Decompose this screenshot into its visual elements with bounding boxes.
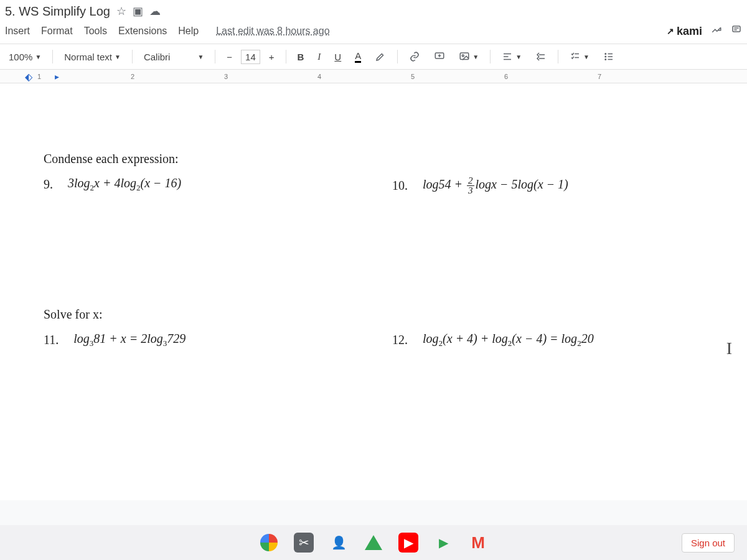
menu-insert[interactable]: Insert [5, 26, 30, 37]
highlight-button[interactable] [370, 49, 391, 65]
menu-extensions[interactable]: Extensions [118, 26, 167, 37]
section-heading-condense: Condense each expression: [44, 152, 703, 166]
sign-out-button[interactable]: Sign out [682, 533, 735, 553]
text-cursor: I [726, 338, 732, 358]
kami-extension-button[interactable]: ↗ kami [667, 25, 702, 38]
bold-button[interactable]: B [293, 49, 309, 65]
zoom-dropdown[interactable]: 100%▼ [4, 49, 46, 65]
chrome-app-icon[interactable] [259, 533, 279, 553]
comment-history-icon[interactable] [731, 24, 742, 38]
move-icon[interactable]: ▣ [133, 4, 143, 18]
title-bar: 5. WS Simplify Log ☆ ▣ ☁ [0, 0, 747, 22]
external-link-icon: ↗ [667, 26, 674, 36]
problem-12: 12. log2(x + 4) + log2(x − 4) = log220 [392, 332, 703, 348]
star-icon[interactable]: ☆ [116, 4, 126, 18]
last-edit-link[interactable]: Last edit was 8 hours ago [216, 26, 329, 37]
font-size-input[interactable]: 14 [241, 50, 260, 64]
insert-link-button[interactable] [404, 49, 425, 65]
svg-point-7 [462, 55, 464, 57]
svg-point-15 [605, 59, 606, 60]
insert-image-button[interactable]: ▼ [454, 49, 484, 65]
drive-app-icon[interactable] [364, 533, 383, 553]
svg-rect-0 [733, 26, 740, 32]
play-app-icon[interactable]: ▶ [433, 533, 453, 553]
snip-app-icon[interactable]: ✂ [294, 533, 314, 553]
taskbar: ✂ 👤 ▶ ▶ M Sign out [0, 525, 747, 560]
contacts-app-icon[interactable]: 👤 [329, 533, 349, 553]
checklist-button[interactable]: ▼ [565, 49, 594, 65]
menu-bar: Insert Format Tools Extensions Help Last… [0, 22, 747, 44]
gmail-app-icon[interactable]: M [468, 533, 488, 553]
problem-9: 9. 3log2x + 4log2(x − 16) [44, 176, 355, 193]
section-heading-solve: Solve for x: [44, 307, 703, 322]
svg-point-13 [605, 56, 606, 57]
youtube-app-icon[interactable]: ▶ [398, 533, 418, 553]
ruler[interactable]: ⬖ ▸ 1 2 3 4 5 6 7 [0, 70, 747, 83]
svg-point-11 [605, 54, 606, 55]
bulleted-list-button[interactable] [598, 49, 619, 65]
problem-10: 10. log54 + 23logx − 5log(x − 1) [392, 176, 703, 195]
text-color-button[interactable]: A [350, 48, 366, 65]
add-comment-button[interactable] [429, 49, 450, 65]
title-icons: ☆ ▣ ☁ [116, 4, 161, 18]
formatting-toolbar: 100%▼ Normal text▼ Calibri▼ − 14 + B I U… [0, 44, 747, 70]
align-button[interactable]: ▼ [497, 49, 527, 65]
menu-tools[interactable]: Tools [84, 26, 107, 37]
font-size-increase[interactable]: + [264, 49, 280, 65]
paragraph-style-dropdown[interactable]: Normal text▼ [59, 49, 126, 65]
menu-help[interactable]: Help [178, 26, 199, 37]
document-title[interactable]: 5. WS Simplify Log [5, 4, 110, 19]
underline-button[interactable]: U [329, 49, 346, 65]
font-dropdown[interactable]: Calibri▼ [139, 49, 209, 65]
italic-button[interactable]: I [312, 49, 326, 65]
document-canvas[interactable]: Condense each expression: 9. 3log2x + 4l… [0, 83, 747, 500]
problem-11: 11. log381 + x = 2log3729 [44, 332, 355, 348]
left-indent-marker[interactable]: ⬖ [25, 71, 32, 83]
editing-mode-icon[interactable] [711, 24, 722, 38]
menu-format[interactable]: Format [41, 26, 73, 37]
cloud-icon[interactable]: ☁ [149, 4, 161, 18]
line-spacing-button[interactable] [530, 49, 552, 65]
font-size-decrease[interactable]: − [222, 49, 237, 65]
